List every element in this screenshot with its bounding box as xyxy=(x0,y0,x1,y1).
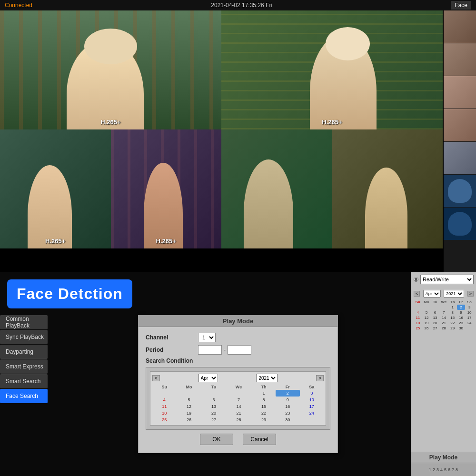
video-cell-6[interactable] xyxy=(332,129,443,248)
face-thumb-4[interactable] xyxy=(444,109,476,141)
dialog-cal-next[interactable]: > xyxy=(316,375,324,381)
rw-radio[interactable] xyxy=(414,277,418,282)
menu-item-smart-search[interactable]: Smart Search xyxy=(0,374,48,388)
page-num-1[interactable]: 1 xyxy=(429,467,431,472)
cal-day[interactable]: 12 xyxy=(176,403,201,410)
cal-day[interactable]: 21 xyxy=(226,410,252,416)
cal-day[interactable]: 25 xyxy=(414,326,422,331)
page-num-3[interactable]: 3 xyxy=(436,467,439,472)
cal-day[interactable]: 1 xyxy=(252,390,276,397)
menu-item-face-search[interactable]: Face Search xyxy=(0,389,48,403)
cal-day[interactable]: 16 xyxy=(276,403,299,410)
cal-day[interactable]: 5 xyxy=(176,397,201,403)
cal-day[interactable]: 22 xyxy=(252,410,276,416)
menu-item-smart-express[interactable]: Smart Express xyxy=(0,359,48,374)
cal-day[interactable]: 28 xyxy=(226,416,252,423)
menu-item-common-playback[interactable]: Common PlayBack xyxy=(0,315,48,329)
video-cell-3[interactable]: H.265+ xyxy=(0,129,111,248)
cal-day[interactable]: 18 xyxy=(152,410,176,416)
face-thumb-3[interactable] xyxy=(444,76,476,109)
cal-day[interactable]: 2 xyxy=(457,305,466,310)
rw-select[interactable]: Read/Write xyxy=(420,275,474,284)
page-num-4[interactable]: 4 xyxy=(440,467,443,472)
video-cell-2[interactable]: H.265+ xyxy=(221,10,443,129)
cal-day[interactable]: 25 xyxy=(152,416,176,423)
cal-day[interactable]: 15 xyxy=(252,403,276,410)
right-cal-next[interactable]: > xyxy=(467,291,474,297)
cal-day[interactable]: 23 xyxy=(457,320,466,326)
dialog-cal-prev[interactable]: < xyxy=(152,375,160,381)
cal-day[interactable]: 11 xyxy=(152,403,176,410)
cal-day[interactable]: 28 xyxy=(439,326,448,331)
cal-day[interactable]: 12 xyxy=(422,315,431,320)
video-cell-1[interactable]: H.265+ xyxy=(0,10,221,129)
cal-day[interactable]: 26 xyxy=(422,326,431,331)
cal-day[interactable]: 22 xyxy=(448,320,457,326)
cal-day[interactable]: 9 xyxy=(457,310,466,315)
cal-day[interactable]: 20 xyxy=(431,320,439,326)
page-num-8[interactable]: 8 xyxy=(456,467,458,472)
cal-day[interactable]: 24 xyxy=(300,410,324,416)
page-num-5[interactable]: 5 xyxy=(444,467,446,472)
cal-day[interactable]: 9 xyxy=(276,397,299,403)
cal-day[interactable]: 18 xyxy=(414,320,422,326)
cal-day[interactable]: 17 xyxy=(300,403,324,410)
cal-day[interactable]: 19 xyxy=(422,320,431,326)
right-cal-month[interactable]: Apr xyxy=(423,290,441,298)
cal-day[interactable]: 15 xyxy=(448,315,457,320)
cal-day[interactable]: 19 xyxy=(176,410,201,416)
dialog-cal-year-select[interactable]: 202120202022 xyxy=(256,374,278,382)
menu-item-dayparting[interactable]: Dayparting xyxy=(0,345,48,359)
page-num-6[interactable]: 6 xyxy=(448,467,450,472)
video-cell-4[interactable]: H.265+ xyxy=(111,129,222,248)
face-thumb-blue-2[interactable] xyxy=(444,208,476,240)
cal-day[interactable]: 6 xyxy=(431,310,439,315)
cal-day[interactable]: 20 xyxy=(202,410,226,416)
cal-day[interactable]: 14 xyxy=(226,403,252,410)
face-thumb-5[interactable] xyxy=(444,142,476,174)
dialog-ok-button[interactable]: OK xyxy=(200,434,233,445)
cal-day[interactable]: 4 xyxy=(414,310,422,315)
cal-day[interactable]: 21 xyxy=(439,320,448,326)
cal-day[interactable]: 3 xyxy=(465,305,474,310)
cal-day[interactable]: 14 xyxy=(439,315,448,320)
cal-day[interactable]: 10 xyxy=(465,310,474,315)
channel-select[interactable]: 1234 xyxy=(198,333,216,342)
cal-day[interactable]: 5 xyxy=(422,310,431,315)
dialog-cal-month-select[interactable]: AprJanFebMar MayJun xyxy=(198,374,218,382)
menu-item-sync-playback[interactable]: Sync PlayBack xyxy=(0,330,48,344)
cal-day[interactable]: 27 xyxy=(431,326,439,331)
page-num-2[interactable]: 2 xyxy=(433,467,435,472)
cal-day[interactable]: 11 xyxy=(414,315,422,320)
cal-day[interactable]: 8 xyxy=(252,397,276,403)
cal-day[interactable]: 16 xyxy=(457,315,466,320)
cal-day[interactable]: 13 xyxy=(202,403,226,410)
cal-day[interactable]: 7 xyxy=(226,397,252,403)
face-tab[interactable]: Face xyxy=(451,1,471,10)
cal-day[interactable]: 6 xyxy=(202,397,226,403)
face-thumb-2[interactable] xyxy=(444,43,476,76)
cal-day[interactable]: 4 xyxy=(152,397,176,403)
cal-day[interactable]: 3 xyxy=(300,390,324,397)
dialog-cancel-button[interactable]: Cancel xyxy=(243,434,276,445)
cal-day[interactable]: 13 xyxy=(431,315,439,320)
cal-day[interactable]: 2 xyxy=(276,390,299,397)
face-thumb-blue-1[interactable] xyxy=(444,175,476,207)
cal-day[interactable]: 29 xyxy=(448,326,457,331)
right-cal-year[interactable]: 2021 xyxy=(444,290,464,298)
cal-day[interactable]: 23 xyxy=(276,410,299,416)
period-end-input[interactable]: 23:59 xyxy=(228,345,251,355)
page-num-7[interactable]: 7 xyxy=(452,467,454,472)
face-thumb-1[interactable] xyxy=(444,10,476,43)
video-cell-5[interactable] xyxy=(221,129,332,248)
cal-day[interactable]: 30 xyxy=(276,416,299,423)
cal-day[interactable]: 29 xyxy=(252,416,276,423)
cal-day[interactable]: 8 xyxy=(448,310,457,315)
cal-day[interactable]: 1 xyxy=(448,305,457,310)
right-cal-prev[interactable]: < xyxy=(414,291,420,297)
cal-day[interactable]: 24 xyxy=(465,320,474,326)
cal-day[interactable]: 26 xyxy=(176,416,201,423)
cal-day[interactable]: 30 xyxy=(457,326,466,331)
cal-day[interactable]: 17 xyxy=(465,315,474,320)
period-start-input[interactable]: 00:00 xyxy=(198,345,222,355)
